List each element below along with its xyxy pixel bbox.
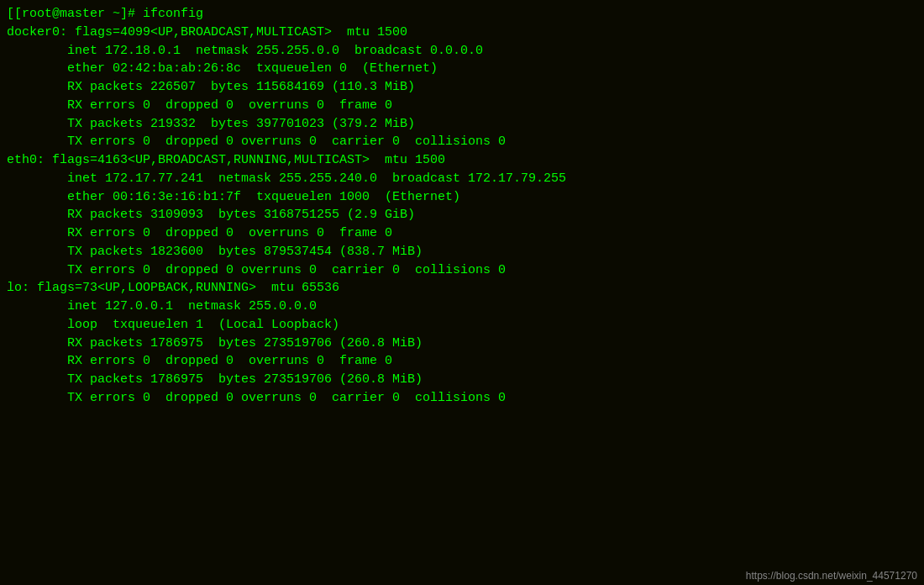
terminal-line: [[root@master ~]# ifconfig [7, 5, 917, 24]
terminal-line: TX errors 0 dropped 0 overruns 0 carrier… [7, 261, 917, 280]
terminal-line: inet 172.17.77.241 netmask 255.255.240.0… [7, 170, 917, 188]
terminal-line: docker0: flags=4099<UP,BROADCAST,MULTICA… [7, 24, 917, 42]
terminal-window: [[root@master ~]# ifconfigdocker0: flags… [0, 0, 924, 585]
terminal-line: inet 127.0.0.1 netmask 255.0.0.0 [7, 298, 917, 316]
terminal-line: ether 00:16:3e:16:b1:7f txqueuelen 1000 … [7, 188, 917, 207]
terminal-line: RX errors 0 dropped 0 overruns 0 frame 0 [7, 97, 917, 115]
terminal-line: inet 172.18.0.1 netmask 255.255.0.0 broa… [7, 42, 917, 61]
terminal-line: RX packets 1786975 bytes 273519706 (260.… [7, 335, 917, 353]
terminal-line: RX errors 0 dropped 0 overruns 0 frame 0 [7, 224, 917, 243]
terminal-line: TX packets 219332 bytes 397701023 (379.2… [7, 115, 917, 134]
watermark: https://blog.csdn.net/weixin_44571270 [746, 570, 917, 582]
terminal-line: TX errors 0 dropped 0 overruns 0 carrier… [7, 389, 917, 408]
terminal-line: TX packets 1786975 bytes 273519706 (260.… [7, 371, 917, 389]
terminal-line: TX packets 1823600 bytes 879537454 (838.… [7, 243, 917, 261]
terminal-line: RX packets 226507 bytes 115684169 (110.3… [7, 78, 917, 97]
terminal-line: loop txqueuelen 1 (Local Loopback) [7, 316, 917, 335]
terminal-line: TX errors 0 dropped 0 overruns 0 carrier… [7, 133, 917, 151]
terminal-line: ether 02:42:ba:ab:26:8c txqueuelen 0 (Et… [7, 60, 917, 78]
terminal-line: RX packets 3109093 bytes 3168751255 (2.9… [7, 206, 917, 224]
terminal-line: RX errors 0 dropped 0 overruns 0 frame 0 [7, 352, 917, 371]
terminal-line: lo: flags=73<UP,LOOPBACK,RUNNING> mtu 65… [7, 279, 917, 298]
terminal-line: eth0: flags=4163<UP,BROADCAST,RUNNING,MU… [7, 151, 917, 170]
